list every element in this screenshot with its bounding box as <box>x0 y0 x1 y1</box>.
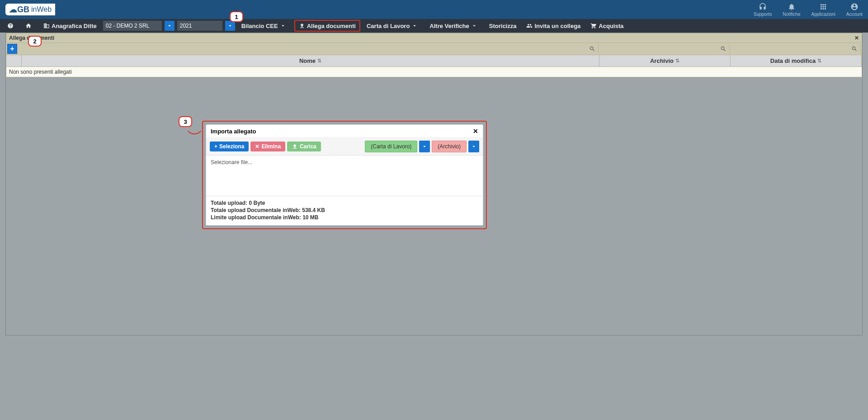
company-dropdown-chevron[interactable] <box>165 21 175 31</box>
apps-grid-icon <box>819 3 827 11</box>
menu-storicizza[interactable]: Storicizza <box>486 19 520 33</box>
menu-carta-di-lavoro[interactable]: Carta di Lavoro <box>363 19 423 33</box>
menu-allega-documenti[interactable]: Allega documenti <box>294 20 360 32</box>
sort-icon: ⇅ <box>817 58 821 64</box>
year-dropdown-chevron[interactable] <box>225 21 235 31</box>
sort-icon: ⇅ <box>317 58 321 64</box>
top-header: ☁GB inWeb Supporto Notifiche Applicazion… <box>0 0 868 19</box>
applications-button[interactable]: Applicazioni <box>811 3 835 17</box>
search-icon[interactable] <box>720 46 726 52</box>
modal-header: Importa allegato ✕ <box>206 125 483 138</box>
limit-line: Limite upload Documentale inWeb: 10 MB <box>211 214 478 221</box>
modal-body[interactable]: Selezionare file... <box>206 156 483 196</box>
modal-toolbar: + Seleziona ✕ Elimina Carica (Carta di L… <box>206 138 483 156</box>
menu-bar: Anagrafica Ditte 02 - DEMO 2 SRL 2021 Bi… <box>0 19 868 33</box>
menu-acquista[interactable]: Acquista <box>587 19 627 33</box>
home-button[interactable] <box>22 19 37 33</box>
menu-bilancio-cee[interactable]: Bilancio CEE <box>238 19 292 33</box>
filter-archivio[interactable] <box>599 44 730 53</box>
callout-1: 1 <box>230 11 243 22</box>
modal-title: Importa allegato <box>211 128 256 135</box>
building-icon <box>43 23 50 29</box>
chevron-down-icon <box>280 23 286 29</box>
plus-icon: + <box>214 143 217 150</box>
chevron-down-icon <box>166 23 173 29</box>
column-header-archivio[interactable]: Archivio ⇅ <box>599 55 731 66</box>
account-button[interactable]: Account <box>846 3 863 17</box>
carica-button[interactable]: Carica <box>287 142 321 151</box>
file-placeholder: Selezionare file... <box>211 159 252 165</box>
seleziona-button[interactable]: + Seleziona <box>210 142 249 151</box>
column-header-nome[interactable]: Nome ⇅ <box>22 55 599 66</box>
panel-close-button[interactable]: ✕ <box>854 35 859 41</box>
x-icon: ✕ <box>255 143 259 150</box>
modal-highlight-frame: Importa allegato ✕ + Seleziona ✕ Elimina… <box>202 121 487 229</box>
callout-3: 3 <box>179 116 192 127</box>
chevron-down-icon <box>421 143 428 150</box>
logo-cloud-icon: ☁GB <box>9 5 29 14</box>
company-dropdown[interactable]: 02 - DEMO 2 SRL <box>103 21 162 31</box>
add-row: + <box>6 43 862 55</box>
import-modal: Importa allegato ✕ + Seleziona ✕ Elimina… <box>206 124 483 226</box>
headphones-icon <box>759 3 767 11</box>
content-wrapper: 1 Allega documenti ✕ 2 + Nome <box>0 33 868 420</box>
total-upload-line: Totale upload: 0 Byte <box>211 200 478 206</box>
elimina-button[interactable]: ✕ Elimina <box>250 142 285 151</box>
bell-icon <box>788 3 796 11</box>
menu-anagrafica-ditte[interactable]: Anagrafica Ditte <box>40 19 100 33</box>
tag-carta-di-lavoro[interactable]: (Carta di Lavoro) <box>365 141 417 152</box>
brand-text: inWeb <box>31 5 52 14</box>
sort-icon: ⇅ <box>675 58 679 64</box>
support-button[interactable]: Supporto <box>754 3 772 17</box>
tag-archivio[interactable]: (Archivio) <box>432 141 467 152</box>
home-icon <box>25 23 32 29</box>
filter-data[interactable] <box>730 44 861 53</box>
callout-2: 2 <box>28 36 42 47</box>
menu-invita-collega[interactable]: Invita un collega <box>523 19 584 33</box>
content-inner: Allega documenti ✕ 2 + Nome ⇅ <box>5 33 863 335</box>
help-button[interactable] <box>4 19 19 33</box>
upload-icon <box>292 143 298 150</box>
logo[interactable]: ☁GB inWeb <box>5 4 55 15</box>
add-attachment-button[interactable]: + <box>7 44 17 54</box>
table-header-row: Nome ⇅ Archivio ⇅ Data di modifica ⇅ <box>6 55 862 67</box>
total-doc-line: Totale upload Documentale inWeb: 538.4 K… <box>211 207 478 213</box>
question-icon <box>7 23 14 29</box>
chevron-down-icon <box>471 143 477 150</box>
header-blank <box>6 55 22 66</box>
archivio-dropdown-chevron[interactable] <box>468 141 479 152</box>
chevron-down-icon <box>411 23 418 29</box>
year-dropdown[interactable]: 2021 <box>177 21 222 31</box>
column-header-data-modifica[interactable]: Data di modifica ⇅ <box>731 55 862 66</box>
users-icon <box>526 23 533 29</box>
search-icon[interactable] <box>851 46 858 52</box>
empty-state-message: Non sono presenti allegati <box>6 67 862 77</box>
carta-dropdown-chevron[interactable] <box>419 141 430 152</box>
notifications-button[interactable]: Notifiche <box>783 3 801 17</box>
panel-header: Allega documenti ✕ <box>6 33 862 43</box>
upload-icon <box>299 23 305 29</box>
plus-icon: + <box>10 45 14 53</box>
header-icons: Supporto Notifiche Applicazioni Account <box>754 3 863 17</box>
modal-footer: Totale upload: 0 Byte Totale upload Docu… <box>206 196 483 225</box>
search-icon[interactable] <box>589 46 595 52</box>
chevron-down-icon <box>227 23 233 29</box>
menu-altre-verifiche[interactable]: Altre Verifiche <box>426 19 482 33</box>
user-circle-icon <box>850 3 859 11</box>
chevron-down-icon <box>471 23 477 29</box>
filter-nome[interactable] <box>17 44 599 53</box>
cart-icon <box>590 23 597 29</box>
modal-close-button[interactable]: ✕ <box>473 127 478 135</box>
